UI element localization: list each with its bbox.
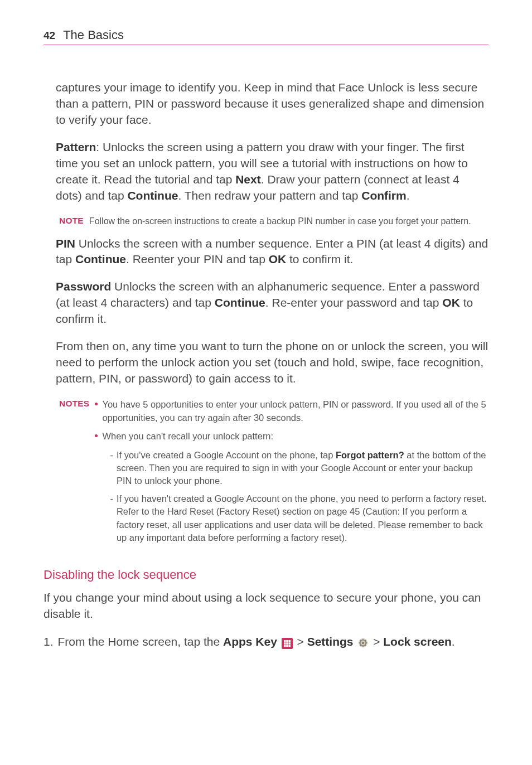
password-paragraph: Password Unlocks the screen with an alph… bbox=[56, 279, 489, 327]
notes-bullet-1: You have 5 opportunities to enter your u… bbox=[95, 398, 489, 424]
disable-intro-paragraph: If you change your mind about using a lo… bbox=[43, 590, 489, 622]
password-label: Password bbox=[56, 280, 111, 293]
svg-rect-1 bbox=[286, 640, 288, 642]
forgot-pattern-label: Forgot pattern? bbox=[336, 450, 404, 460]
pin-text-2: . Reenter your PIN and tap bbox=[126, 253, 269, 265]
step-end: . bbox=[452, 635, 455, 648]
svg-rect-5 bbox=[288, 643, 291, 645]
notes-bullet-1-text: You have 5 opportunities to enter your u… bbox=[102, 398, 489, 424]
notes-bullet-2: When you can't recall your unlock patter… bbox=[95, 430, 489, 549]
pattern-text-3: . Then redraw your pattern and tap bbox=[178, 189, 361, 202]
svg-rect-2 bbox=[288, 640, 291, 642]
svg-rect-8 bbox=[288, 645, 291, 647]
body-content: captures your image to identify you. Kee… bbox=[56, 80, 489, 554]
svg-rect-0 bbox=[284, 640, 286, 642]
step-1: 1. From the Home screen, tap the Apps Ke… bbox=[43, 633, 489, 650]
continue-label-2: Continue bbox=[75, 253, 126, 265]
gt-1: > bbox=[294, 635, 307, 648]
pin-label: PIN bbox=[56, 237, 75, 250]
apps-key-icon bbox=[282, 638, 293, 649]
confirm-label: Confirm bbox=[361, 189, 407, 202]
notes-sub-list: - If you've created a Google Account on … bbox=[110, 449, 489, 545]
pin-text-3: to confirm it. bbox=[286, 253, 353, 265]
continue-label-3: Continue bbox=[215, 296, 265, 309]
notes-sub-1a: If you've created a Google Account on th… bbox=[117, 450, 336, 460]
from-then-paragraph: From then on, any time you want to turn … bbox=[56, 338, 489, 387]
notes-sub-2-text: If you haven't created a Google Account … bbox=[117, 492, 489, 545]
notes-bullet-2-text: When you can't recall your unlock patter… bbox=[102, 430, 489, 549]
apps-key-label: Apps Key bbox=[223, 635, 277, 648]
pin-paragraph: PIN Unlocks the screen with a number seq… bbox=[56, 236, 489, 268]
ok-label-2: OK bbox=[442, 296, 460, 309]
svg-rect-3 bbox=[284, 643, 286, 645]
pattern-paragraph: Pattern: Unlocks the screen using a patt… bbox=[56, 139, 489, 204]
notes-bullet-2-label: When you can't recall your unlock patter… bbox=[102, 431, 273, 441]
page-header: 42 The Basics bbox=[43, 28, 489, 45]
notes-sub-1: - If you've created a Google Account on … bbox=[110, 449, 489, 488]
dash-icon: - bbox=[110, 492, 113, 545]
settings-label: Settings bbox=[307, 635, 354, 648]
lock-screen-label: Lock screen bbox=[383, 635, 452, 648]
notes-block: NOTES You have 5 opportunities to enter … bbox=[59, 398, 489, 554]
notes-sub-2: - If you haven't created a Google Accoun… bbox=[110, 492, 489, 545]
svg-rect-7 bbox=[286, 645, 288, 647]
page-number: 42 bbox=[43, 30, 55, 42]
dash-icon: - bbox=[110, 449, 113, 488]
step-number: 1. bbox=[43, 633, 54, 650]
password-text-2: . Re-enter your password and tap bbox=[265, 296, 443, 309]
ok-label: OK bbox=[269, 253, 287, 265]
note-text: Follow the on-screen instructions to cre… bbox=[89, 215, 471, 228]
manual-page: 42 The Basics captures your image to ide… bbox=[0, 0, 532, 691]
step-text-a: From the Home screen, tap the bbox=[58, 635, 223, 648]
pattern-text-4: . bbox=[407, 189, 410, 202]
gt-2: > bbox=[370, 635, 383, 648]
svg-point-19 bbox=[362, 642, 365, 645]
note-backup-pin: NOTE Follow the on-screen instructions t… bbox=[59, 215, 489, 228]
notes-label: NOTES bbox=[59, 398, 89, 554]
bullet-icon bbox=[95, 434, 98, 437]
svg-rect-6 bbox=[284, 645, 286, 647]
bullet-icon bbox=[95, 403, 98, 405]
continue-label: Continue bbox=[127, 189, 178, 202]
svg-rect-4 bbox=[286, 643, 288, 645]
face-unlock-paragraph: captures your image to identify you. Kee… bbox=[56, 80, 489, 128]
pattern-label: Pattern bbox=[56, 141, 96, 153]
note-label: NOTE bbox=[59, 215, 84, 228]
settings-icon bbox=[357, 637, 369, 648]
section-title: The Basics bbox=[63, 28, 124, 42]
disable-lock-heading: Disabling the lock sequence bbox=[43, 568, 489, 582]
next-label: Next bbox=[235, 173, 261, 186]
